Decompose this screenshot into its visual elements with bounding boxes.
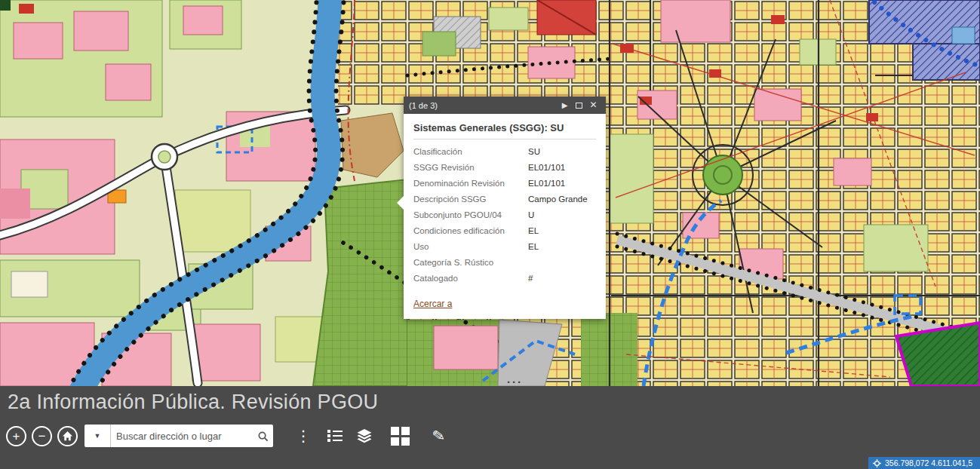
- basemap-gallery-icon: [401, 427, 410, 435]
- minus-icon: −: [38, 430, 46, 443]
- field-value: EL: [528, 241, 539, 253]
- feature-popup: (1 de 3) ▶ ✕ Sistemas Generales (SSGG): …: [404, 97, 606, 319]
- zoom-out-button[interactable]: −: [32, 426, 52, 446]
- close-icon[interactable]: ✕: [586, 97, 601, 114]
- field-label: Denominación Revisión: [413, 178, 528, 189]
- search-bar: ▼: [84, 425, 273, 447]
- search-input[interactable]: [111, 431, 252, 442]
- field-label: Clasificación: [413, 146, 528, 158]
- field-row: Clasificación SU: [413, 144, 596, 160]
- chevron-down-icon: ▼: [94, 432, 101, 440]
- basemap-gallery-icon: [401, 437, 410, 446]
- overflow-menu-button[interactable]: ⋮: [296, 428, 311, 443]
- measure-button[interactable]: ✎: [432, 428, 446, 444]
- field-row: Descripción SSGG Campo Grande: [413, 192, 596, 207]
- page-title: 2a Información Pública. Revisión PGOU: [0, 386, 980, 414]
- popup-body: Sistemas Generales (SSGG): SU Clasificac…: [404, 114, 606, 319]
- map-toolbar: + − ▼: [6, 425, 445, 447]
- next-feature-icon[interactable]: ▶: [558, 97, 572, 114]
- field-value: EL01/101: [528, 178, 565, 189]
- search-icon: [257, 431, 269, 442]
- field-value: EL: [528, 225, 539, 237]
- home-button[interactable]: [57, 426, 78, 446]
- legend-button[interactable]: [327, 429, 343, 443]
- search-box: [111, 425, 273, 447]
- legend-icon: [327, 429, 343, 443]
- field-value: EL01/101: [528, 162, 565, 173]
- popup-title: Sistemas Generales (SSGG): SU: [413, 122, 596, 139]
- bottom-bar: 2a Información Pública. Revisión PGOU + …: [0, 386, 980, 469]
- field-value: #: [528, 273, 533, 284]
- search-source-dropdown[interactable]: ▼: [84, 425, 111, 447]
- field-label: SSGG Revisión: [413, 162, 528, 173]
- field-row: Subconjunto PGOU/04 U: [413, 207, 596, 223]
- layers-icon: [356, 428, 373, 443]
- zoom-in-button[interactable]: +: [6, 426, 26, 446]
- field-label: Subconjunto PGOU/04: [413, 210, 528, 221]
- field-label: Uso: [413, 241, 528, 253]
- maximize-icon[interactable]: [572, 97, 586, 114]
- field-row: SSGG Revisión EL01/101: [413, 160, 596, 176]
- field-label: Descripción SSGG: [413, 194, 528, 205]
- plus-icon: +: [13, 430, 20, 443]
- zoom-to-link[interactable]: Acercar a: [413, 299, 452, 309]
- field-label: Categoría S. Rústico: [413, 257, 528, 268]
- popup-pagination: (1 de 3): [409, 101, 558, 110]
- field-value: U: [528, 210, 534, 221]
- home-icon: [62, 431, 73, 442]
- field-row: Catalogado #: [413, 271, 596, 287]
- field-row: Categoría S. Rústico: [413, 255, 596, 271]
- maximize-icon-glyph: [576, 103, 582, 109]
- basemap-gallery-icon: [391, 437, 399, 446]
- popup-pointer: [397, 196, 404, 210]
- basemap-gallery-button[interactable]: [391, 427, 410, 446]
- coordinates-readout: 356.798,072 4.611.041,5: [885, 458, 972, 467]
- field-value: SU: [528, 146, 540, 158]
- crosshair-icon[interactable]: [873, 459, 881, 467]
- field-value: Campo Grande: [528, 194, 588, 205]
- popup-header: (1 de 3) ▶ ✕: [404, 97, 606, 114]
- layers-button[interactable]: [356, 428, 373, 443]
- basemap-gallery-icon: [391, 427, 399, 435]
- field-row: Condiciones edificación EL: [413, 223, 596, 239]
- coordinates-bar: 356.798,072 4.611.041,5: [868, 457, 980, 469]
- field-label: Condiciones edificación: [413, 225, 528, 237]
- field-row: Denominación Revisión EL01/101: [413, 176, 596, 192]
- gis-viewer: (1 de 3) ▶ ✕ Sistemas Generales (SSGG): …: [0, 0, 980, 469]
- field-label: Catalogado: [413, 273, 528, 284]
- search-button[interactable]: [252, 431, 273, 442]
- field-row: Uso EL: [413, 239, 596, 255]
